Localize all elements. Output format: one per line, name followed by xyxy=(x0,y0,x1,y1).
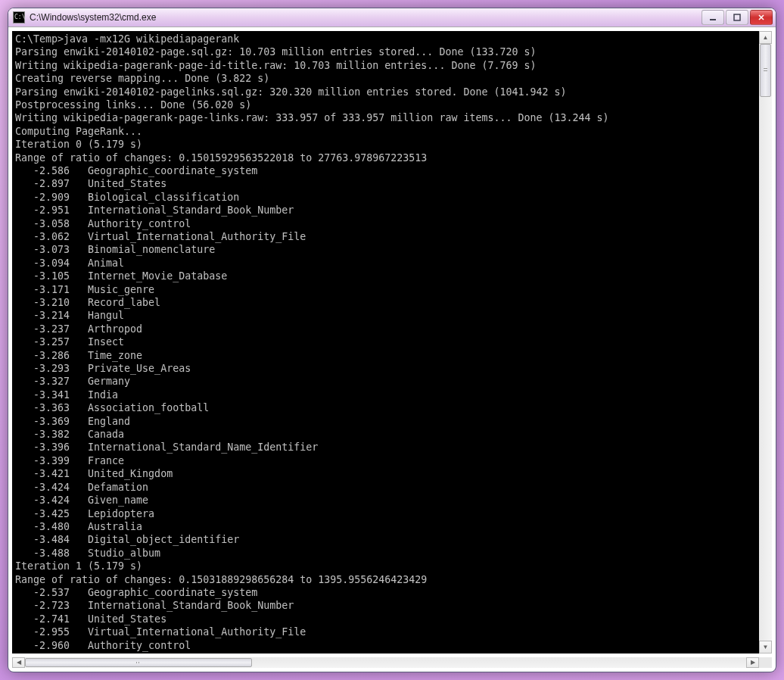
console-line: -3.073 Binomial_nomenclature xyxy=(15,243,756,256)
console-line: Iteration 1 (5.179 s) xyxy=(15,560,756,572)
vertical-scrollbar[interactable]: ▲ ▼ xyxy=(759,31,772,653)
console-line: -3.058 Authority_control xyxy=(15,217,756,230)
window-controls xyxy=(702,10,773,25)
console-line: Range of ratio of changes: 0.15015929563… xyxy=(15,151,756,164)
cmd-window: C:\ C:\Windows\system32\cmd.exe C:\Temp>… xyxy=(8,8,776,672)
console-line: -3.062 Virtual_International_Authority_F… xyxy=(15,230,756,243)
console-line: -3.363 Association_football xyxy=(15,401,756,414)
console-line: -3.425 Lepidoptera xyxy=(15,507,756,520)
console-line: -3.286 Time_zone xyxy=(15,349,756,362)
console-line: -2.955 Virtual_International_Authority_F… xyxy=(15,625,756,638)
titlebar[interactable]: C:\ C:\Windows\system32\cmd.exe xyxy=(8,8,776,27)
horizontal-scroll-track[interactable] xyxy=(25,657,746,668)
scroll-left-button[interactable]: ◀ xyxy=(12,657,25,668)
console-line: -3.396 International_Standard_Name_Ident… xyxy=(15,441,756,454)
scroll-right-button[interactable]: ▶ xyxy=(746,657,759,668)
scroll-up-button[interactable]: ▲ xyxy=(759,31,772,44)
console-line: -3.484 Digital_object_identifier xyxy=(15,533,756,546)
console-line: -2.586 Geographic_coordinate_system xyxy=(15,164,756,177)
console-line: Iteration 0 (5.179 s) xyxy=(15,138,756,151)
minimize-icon xyxy=(708,14,717,21)
console-line: -3.094 Animal xyxy=(15,257,756,270)
window-title: C:\Windows\system32\cmd.exe xyxy=(30,12,702,23)
horizontal-scroll-thumb[interactable] xyxy=(25,658,252,667)
console-line: -2.960 Authority_control xyxy=(15,639,756,652)
console-line: Writing wikipedia-pagerank-page-id-title… xyxy=(15,59,756,72)
console-line: Range of ratio of changes: 0.15031889298… xyxy=(15,573,756,586)
console-line: Computing PageRank... xyxy=(15,125,756,138)
console-line: -2.951 International_Standard_Book_Numbe… xyxy=(15,204,756,217)
console-line: Postprocessing links... Done (56.020 s) xyxy=(15,98,756,111)
console-line: -3.480 Australia xyxy=(15,520,756,533)
minimize-button[interactable] xyxy=(702,10,724,25)
console-line: -3.105 Internet_Movie_Database xyxy=(15,270,756,282)
console-line: -3.293 Private_Use_Areas xyxy=(15,362,756,375)
close-icon xyxy=(757,14,766,21)
scroll-down-button[interactable]: ▼ xyxy=(759,641,772,653)
console-line: -2.723 International_Standard_Book_Numbe… xyxy=(15,599,756,612)
console-line: -3.237 Arthropod xyxy=(15,323,756,335)
maximize-icon xyxy=(733,14,742,21)
console-line: -3.327 Germany xyxy=(15,375,756,388)
console-output[interactable]: C:\Temp>java -mx12G wikipediapagerankPar… xyxy=(12,31,759,653)
console-line: Creating reverse mapping... Done (3.822 … xyxy=(15,72,756,85)
console-line: -3.341 India xyxy=(15,388,756,401)
vertical-scroll-track[interactable] xyxy=(759,44,772,641)
console-line: -3.171 Music_genre xyxy=(15,283,756,296)
console-line: -3.399 France xyxy=(15,454,756,467)
horizontal-scrollbar[interactable]: ◀ ▶ xyxy=(12,657,772,668)
console-line: C:\Temp>java -mx12G wikipediapagerank xyxy=(15,33,756,45)
console-line: -3.421 United_Kingdom xyxy=(15,467,756,480)
console-line: -3.369 England xyxy=(15,415,756,428)
console-line: -2.741 United_States xyxy=(15,613,756,625)
console-line: -3.424 Defamation xyxy=(15,481,756,494)
console-line: -2.537 Geographic_coordinate_system xyxy=(15,586,756,599)
console-line: -2.909 Biological_classification xyxy=(15,191,756,204)
console-line: -3.488 Studio_album xyxy=(15,547,756,560)
console-line: -3.382 Canada xyxy=(15,428,756,441)
scrollbar-corner xyxy=(759,657,772,668)
vertical-scroll-thumb[interactable] xyxy=(760,44,771,97)
svg-rect-1 xyxy=(734,14,740,20)
console-line: -3.257 Insect xyxy=(15,335,756,348)
console-line: -2.897 United_States xyxy=(15,177,756,190)
cmd-icon: C:\ xyxy=(13,11,25,23)
console-line: -3.214 Hangul xyxy=(15,309,756,322)
console-line: Parsing enwiki-20140102-pagelinks.sql.gz… xyxy=(15,86,756,98)
console-line: -3.210 Record_label xyxy=(15,296,756,309)
close-button[interactable] xyxy=(750,10,773,25)
console-area: C:\Temp>java -mx12G wikipediapagerankPar… xyxy=(12,31,772,653)
console-line: Parsing enwiki-20140102-page.sql.gz: 10.… xyxy=(15,45,756,58)
maximize-button[interactable] xyxy=(726,10,748,25)
console-line: Writing wikipedia-pagerank-page-links.ra… xyxy=(15,111,756,124)
console-line: -3.424 Given_name xyxy=(15,494,756,507)
svg-rect-0 xyxy=(710,19,716,20)
